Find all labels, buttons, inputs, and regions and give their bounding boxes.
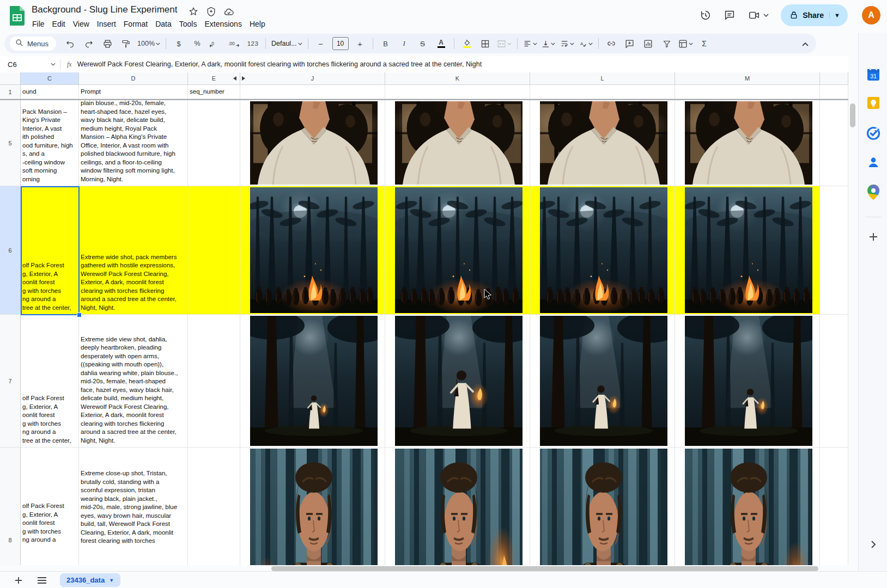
cell-image-forest-woman[interactable] (250, 316, 378, 446)
create-filter-button[interactable] (658, 36, 676, 51)
bold-button[interactable]: B (377, 36, 394, 51)
row-header-6[interactable]: 6 (0, 186, 21, 315)
undo-button[interactable] (62, 36, 79, 51)
cell-K1[interactable] (385, 85, 530, 99)
sheet-tab-active[interactable]: 23436_data ▼ (60, 573, 120, 587)
tasks-icon[interactable] (866, 126, 880, 140)
contacts-icon[interactable] (867, 156, 880, 169)
cell-J8[interactable] (240, 448, 385, 565)
cell-image-man-portrait[interactable] (540, 449, 667, 565)
cell-J6[interactable] (240, 186, 385, 315)
column-header-E[interactable]: E (188, 72, 240, 85)
cell-D6[interactable]: Extreme wide shot, pack membersgathered … (79, 186, 188, 315)
functions-button[interactable]: Σ (696, 36, 713, 51)
vertical-align-button[interactable] (540, 36, 557, 51)
column-header-L[interactable]: L (530, 72, 675, 85)
cell-n6[interactable] (820, 186, 848, 315)
sheet-tab-caret-icon[interactable]: ▼ (109, 578, 114, 583)
cell-E8[interactable] (188, 448, 240, 565)
cell-J1[interactable] (240, 85, 385, 99)
all-sheets-icon[interactable] (37, 577, 47, 584)
cell-n5[interactable] (820, 100, 848, 186)
cell-D1[interactable]: Prompt (79, 85, 188, 99)
star-icon[interactable] (189, 7, 198, 16)
document-status-cloud-icon[interactable] (223, 7, 234, 17)
cell-K6[interactable] (385, 186, 530, 315)
insert-comment-button[interactable] (621, 36, 639, 51)
column-header-K[interactable]: K (385, 72, 530, 85)
share-caret-icon[interactable]: ▼ (829, 12, 845, 19)
cell-image-woman-blouse[interactable] (540, 101, 667, 185)
merge-cells-button[interactable] (495, 36, 513, 51)
menu-extensions[interactable]: Extensions (201, 18, 245, 30)
text-wrap-button[interactable] (558, 36, 576, 51)
decrease-font-size-button[interactable]: − (312, 36, 330, 51)
table-button[interactable] (677, 36, 695, 51)
cell-E7[interactable]: 5 (188, 315, 240, 448)
cell-image-forest-woman[interactable] (540, 316, 667, 446)
format-percent-button[interactable]: % (189, 36, 206, 51)
formula-input[interactable]: Werewolf Pack Forest Clearing, Exterior,… (77, 60, 482, 68)
cell-n7[interactable] (820, 315, 848, 448)
cell-M1[interactable] (675, 85, 820, 99)
cell-C1[interactable]: ound (21, 85, 79, 99)
share-button[interactable]: Share ▼ (781, 4, 848, 26)
keep-icon[interactable] (866, 96, 880, 110)
cell-J7[interactable] (240, 315, 385, 448)
cell-image-man-portrait[interactable] (395, 449, 523, 565)
cell-E6[interactable]: 4 (188, 186, 240, 315)
cell-K8[interactable] (385, 448, 530, 565)
menu-view[interactable]: View (69, 18, 93, 30)
horizontal-scrollbar[interactable] (271, 566, 818, 571)
insert-chart-button[interactable] (640, 36, 657, 51)
collapse-toolbar-icon[interactable] (802, 39, 809, 48)
move-to-drive-icon[interactable] (206, 7, 216, 17)
cell-C5[interactable]: Pack Mansion –King's PrivateInterior, A … (21, 100, 79, 186)
print-button[interactable] (99, 36, 116, 51)
select-all-corner[interactable] (0, 72, 21, 85)
sheets-logo-icon[interactable] (10, 6, 25, 26)
cell-E1[interactable]: seq_number (188, 85, 240, 99)
more-formats-button[interactable]: 123 (244, 36, 262, 51)
column-header-n[interactable] (820, 72, 848, 85)
row-header-5[interactable]: 5 (0, 100, 21, 186)
column-header-J[interactable]: J (240, 72, 385, 85)
vertical-scrollbar[interactable] (850, 103, 855, 127)
text-rotation-button[interactable]: A (577, 36, 594, 51)
format-currency-button[interactable]: $ (170, 36, 187, 51)
menu-insert[interactable]: Insert (93, 18, 120, 30)
decrease-decimal-button[interactable]: .0 (207, 36, 224, 51)
cell-D5[interactable]: plain blouse., mid-20s, female,heart-sha… (79, 100, 188, 186)
menu-edit[interactable]: Edit (48, 18, 69, 30)
cell-n1[interactable] (820, 85, 848, 99)
fill-color-button[interactable] (458, 36, 476, 51)
menu-tools[interactable]: Tools (175, 18, 201, 30)
font-select[interactable]: Defaul... (270, 36, 304, 51)
cell-n8[interactable] (820, 448, 848, 565)
cell-C7[interactable]: olf Pack Forestg, Exterior, Aoonlit fore… (21, 315, 79, 448)
hidden-columns-right-marker[interactable] (242, 76, 245, 81)
hidden-columns-left-marker[interactable] (233, 76, 236, 81)
get-addons-icon[interactable] (868, 232, 878, 242)
borders-button[interactable] (477, 36, 494, 51)
spreadsheet-grid[interactable]: CDEJKLM1 ound Prompt seq_number 5Pack Ma… (0, 72, 848, 565)
paint-format-button[interactable] (117, 36, 135, 51)
name-box[interactable]: C6 (0, 60, 60, 69)
cell-L7[interactable] (530, 315, 675, 448)
increase-font-size-button[interactable]: + (351, 36, 369, 51)
calendar-icon[interactable]: 31 (866, 68, 880, 82)
cell-L5[interactable] (530, 100, 675, 186)
cell-M8[interactable] (675, 448, 820, 565)
cell-J5[interactable] (240, 100, 385, 186)
fill-handle[interactable] (77, 313, 82, 317)
maps-icon[interactable] (867, 185, 879, 200)
row-header-7[interactable]: 7 (0, 315, 21, 448)
cell-M5[interactable] (675, 100, 820, 186)
cell-image-forest-bonfire[interactable] (540, 187, 667, 313)
italic-button[interactable]: I (396, 36, 413, 51)
cell-M7[interactable] (675, 315, 820, 448)
cell-L6[interactable] (530, 186, 675, 315)
cell-image-forest-bonfire[interactable] (250, 187, 378, 313)
cell-image-woman-blouse[interactable] (685, 101, 812, 185)
column-header-C[interactable]: C (21, 72, 79, 85)
